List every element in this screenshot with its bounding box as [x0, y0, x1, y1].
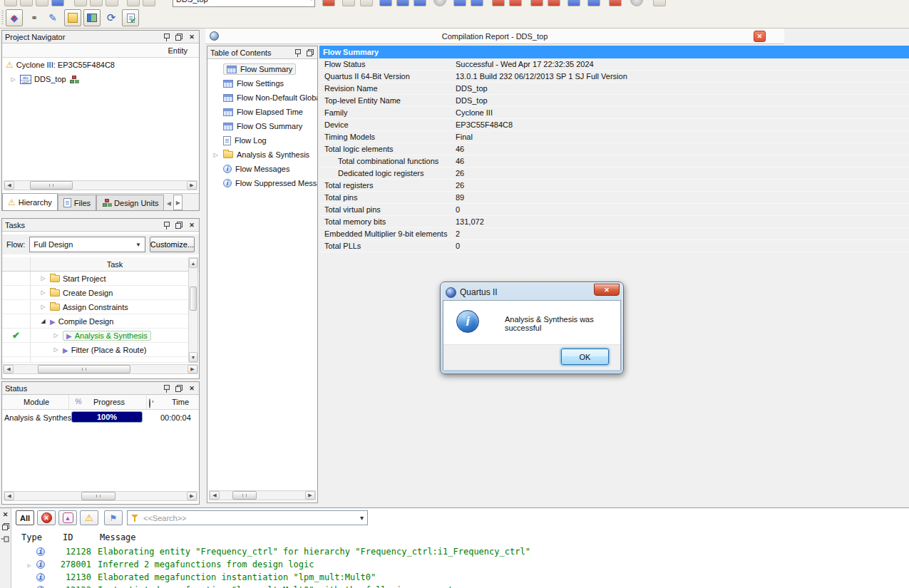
undo-icon[interactable] — [127, 0, 140, 6]
flow-summary-row[interactable]: Top-level Entity Name DDS_top — [319, 95, 909, 107]
filter-info-button[interactable] — [104, 510, 123, 525]
scroll-down-icon[interactable]: ▼ — [189, 352, 197, 362]
flow-summary-row[interactable]: Flow Status Successful - Wed Apr 17 22:3… — [319, 58, 909, 71]
scroll-left-icon[interactable]: ◀ — [4, 365, 14, 373]
top-entity-tree-row[interactable]: DDS_top — [2, 72, 199, 86]
task-row[interactable]: Fitter (Place & Route) — [2, 343, 199, 357]
expander-icon[interactable] — [26, 562, 34, 569]
scroll-right-icon[interactable]: ▶ — [188, 365, 197, 373]
status-column-headers[interactable]: Module Progress Time — [2, 395, 199, 410]
scroll-right-icon[interactable]: ▶ — [187, 492, 197, 500]
tab-hierarchy[interactable]: Hierarchy — [2, 193, 58, 210]
close-icon[interactable] — [188, 384, 196, 393]
tabs-scroll-left-icon[interactable]: ◀ — [164, 196, 173, 210]
timing2-icon[interactable] — [509, 0, 522, 6]
float-icon[interactable] — [306, 48, 314, 57]
netlist2-icon[interactable] — [548, 0, 560, 6]
expander-icon[interactable] — [39, 318, 47, 324]
toc-item[interactable]: Flow Non-Default Globa — [207, 91, 317, 105]
tab-files[interactable]: Files — [58, 195, 96, 210]
flow-summary-row[interactable]: Total registers 26 — [319, 180, 909, 192]
flow-summary-row[interactable]: Total PLLs 0 — [319, 240, 909, 252]
find-binoculars-icon[interactable]: ⚭ — [26, 9, 43, 26]
scroll-left-icon[interactable]: ◀ — [4, 181, 14, 190]
programmer-icon[interactable] — [609, 0, 622, 6]
task-row[interactable]: Start Project — [2, 272, 199, 286]
toc-item[interactable]: Analysis & Synthesis — [207, 148, 317, 162]
dialog-close-icon[interactable]: ✕ — [594, 284, 620, 296]
scrollbar-thumb[interactable] — [232, 491, 257, 500]
toolbar-grip[interactable] — [1, 11, 4, 25]
task-row[interactable]: Assign Constraints — [2, 300, 199, 314]
flow-summary-row[interactable]: Total pins 89 — [319, 192, 909, 204]
verify-icon[interactable] — [471, 0, 483, 6]
flow-summary-row[interactable]: Total logic elements 46 — [319, 143, 909, 155]
close-icon[interactable] — [188, 221, 196, 229]
refresh-arrows-icon[interactable]: ⟳ — [103, 9, 120, 26]
ok-button[interactable]: OK — [561, 349, 609, 365]
flow-summary-row[interactable]: Quartus II 64-Bit Version 13.0.1 Build 2… — [319, 71, 909, 83]
scroll-up-icon[interactable]: ▲ — [189, 258, 197, 268]
timing-icon[interactable] — [492, 0, 505, 6]
pin-icon[interactable] — [162, 221, 170, 229]
message-row[interactable]: 278001 Inferred 2 megafunctions from des… — [11, 558, 909, 571]
toc-item[interactable]: Flow Settings — [207, 76, 317, 91]
pin-planner-icon[interactable] — [83, 9, 101, 26]
flow-summary-row[interactable]: Family Cyclone III — [319, 107, 909, 119]
flow-select[interactable]: Full Design ▼ — [29, 237, 145, 252]
flow-summary-row[interactable]: Timing Models Final — [319, 131, 909, 143]
expander-icon[interactable] — [39, 289, 47, 296]
entity-combobox[interactable]: DDS_top ▾ — [173, 0, 315, 7]
filter-warnings-button[interactable] — [80, 510, 98, 525]
float-icon[interactable] — [1, 522, 10, 531]
compile-icon[interactable] — [379, 0, 392, 6]
toc-horizontal-scrollbar[interactable]: ◀ ▶ — [209, 490, 316, 500]
scroll-right-icon[interactable]: ▶ — [187, 181, 197, 190]
flow-summary-row[interactable]: Total combinational functions 46 — [319, 155, 909, 167]
filter-errors-button[interactable] — [37, 510, 56, 525]
close-icon[interactable] — [1, 510, 10, 519]
message-row[interactable]: 12128 Elaborating entity "Frequency_ctrl… — [11, 545, 909, 558]
pnav-horizontal-scrollbar[interactable]: ◀ ▶ — [4, 180, 197, 190]
new-file-icon[interactable] — [4, 0, 17, 6]
run-icon[interactable] — [453, 0, 466, 6]
tab-design-units[interactable]: Design Units — [96, 195, 164, 210]
task-row[interactable]: Create Design — [2, 286, 199, 300]
expander-icon[interactable] — [9, 76, 17, 83]
flow-summary-row[interactable]: Revision Name DDS_top — [319, 83, 909, 95]
pin-icon[interactable] — [1, 535, 10, 543]
task-row[interactable]: Compile Design — [2, 314, 199, 329]
message-row[interactable]: 12130 Elaborated megafunction instantiat… — [11, 571, 909, 584]
scrollbar-thumb[interactable] — [38, 365, 130, 373]
tasks-vertical-scrollbar[interactable]: ▲ ▼ — [188, 257, 198, 363]
report-titlebar[interactable]: Compilation Report - DDS_top ✕ — [205, 29, 784, 44]
expander-icon[interactable] — [39, 304, 47, 310]
task-column-header[interactable]: Task — [2, 257, 199, 272]
float-icon[interactable] — [175, 221, 183, 229]
pin-icon[interactable] — [162, 33, 170, 41]
expander-icon[interactable] — [212, 152, 220, 158]
viewer2-icon[interactable] — [587, 0, 600, 6]
report-close-icon[interactable]: ✕ — [754, 31, 766, 42]
scroll-left-icon[interactable]: ◀ — [210, 491, 220, 500]
float-icon[interactable] — [175, 384, 183, 393]
flow-summary-row[interactable]: Dedicated logic registers 26 — [319, 167, 909, 180]
expander-icon[interactable] — [52, 332, 60, 339]
device-tree-row[interactable]: Cyclone III: EP3C55F484C8 — [2, 58, 199, 72]
flow-summary-row[interactable]: Device EP3C55F484C8 — [319, 119, 909, 131]
pin-icon[interactable] — [162, 384, 170, 393]
scrollbar-thumb[interactable] — [190, 287, 197, 311]
status-row[interactable]: Analysis & Synthesis 100% 00:00:04 — [2, 410, 199, 425]
new-project-wizard-icon[interactable]: ◆✕ — [6, 9, 23, 26]
assembler-icon[interactable] — [414, 0, 426, 6]
flow-summary-row[interactable]: Total memory bits 131,072 — [319, 216, 909, 228]
scrollbar-thumb[interactable] — [81, 492, 115, 500]
task-row-partial[interactable] — [2, 357, 199, 363]
scrollbar-thumb[interactable] — [30, 181, 73, 190]
entity-column-header[interactable]: Entity — [2, 43, 199, 58]
expander-icon[interactable] — [39, 275, 47, 282]
whatsthis-icon[interactable] — [653, 0, 666, 6]
open-file-icon[interactable] — [20, 0, 33, 6]
scroll-left-icon[interactable]: ◀ — [4, 492, 14, 500]
analysis-icon[interactable] — [396, 0, 409, 6]
